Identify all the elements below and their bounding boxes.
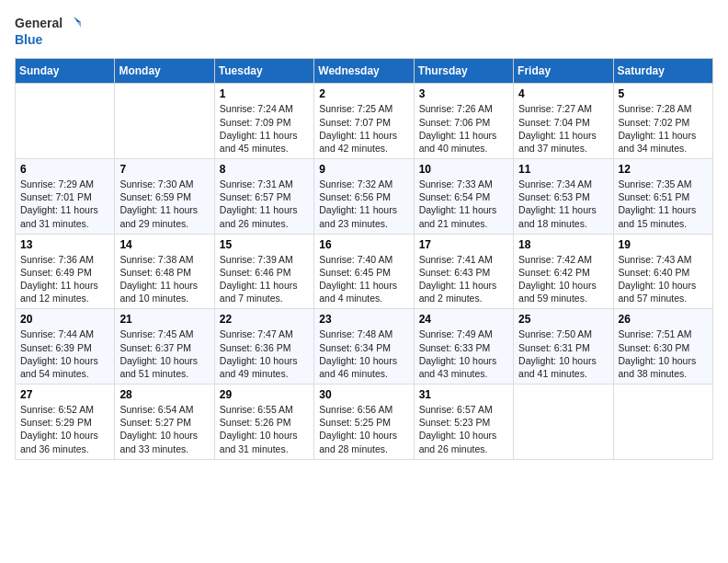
calendar-week-row: 6Sunrise: 7:29 AMSunset: 7:01 PMDaylight… xyxy=(16,159,713,235)
day-header-sunday: Sunday xyxy=(16,59,115,84)
cell-info: Sunrise: 6:57 AMSunset: 5:23 PMDaylight:… xyxy=(419,403,508,455)
cell-info: Sunrise: 7:25 AMSunset: 7:07 PMDaylight:… xyxy=(319,102,408,155)
day-number: 28 xyxy=(119,388,209,401)
day-number: 19 xyxy=(619,238,708,251)
day-number: 22 xyxy=(220,313,309,326)
calendar-cell: 3Sunrise: 7:26 AMSunset: 7:06 PMDaylight… xyxy=(414,84,513,159)
day-number: 9 xyxy=(319,163,408,176)
day-number: 24 xyxy=(419,313,508,326)
calendar-cell: 12Sunrise: 7:35 AMSunset: 6:51 PMDayligh… xyxy=(613,159,712,235)
day-number: 29 xyxy=(220,388,309,401)
day-number: 31 xyxy=(419,388,508,401)
cell-info: Sunrise: 7:38 AMSunset: 6:48 PMDaylight:… xyxy=(119,253,209,305)
calendar-header-row: SundayMondayTuesdayWednesdayThursdayFrid… xyxy=(16,59,713,84)
cell-info: Sunrise: 7:28 AMSunset: 7:02 PMDaylight:… xyxy=(619,102,708,155)
day-number: 11 xyxy=(518,163,608,176)
cell-info: Sunrise: 7:43 AMSunset: 6:40 PMDaylight:… xyxy=(619,253,708,305)
cell-info: Sunrise: 7:33 AMSunset: 6:54 PMDaylight:… xyxy=(419,178,508,230)
calendar: SundayMondayTuesdayWednesdayThursdayFrid… xyxy=(15,58,713,459)
cell-info: Sunrise: 7:36 AMSunset: 6:49 PMDaylight:… xyxy=(20,253,109,305)
cell-info: Sunrise: 7:49 AMSunset: 6:33 PMDaylight:… xyxy=(419,327,508,380)
svg-marker-1 xyxy=(77,22,81,28)
cell-info: Sunrise: 7:24 AMSunset: 7:09 PMDaylight:… xyxy=(220,102,309,155)
day-number: 8 xyxy=(220,163,309,176)
calendar-cell: 9Sunrise: 7:32 AMSunset: 6:56 PMDaylight… xyxy=(314,159,414,235)
cell-info: Sunrise: 7:47 AMSunset: 6:36 PMDaylight:… xyxy=(220,327,309,380)
calendar-week-row: 1Sunrise: 7:24 AMSunset: 7:09 PMDaylight… xyxy=(16,84,713,159)
header: General Blue xyxy=(15,15,713,47)
day-number: 1 xyxy=(220,87,309,100)
calendar-cell: 19Sunrise: 7:43 AMSunset: 6:40 PMDayligh… xyxy=(613,234,712,309)
calendar-cell: 31Sunrise: 6:57 AMSunset: 5:23 PMDayligh… xyxy=(414,385,513,460)
calendar-cell: 6Sunrise: 7:29 AMSunset: 7:01 PMDaylight… xyxy=(16,159,115,235)
day-header-thursday: Thursday xyxy=(414,59,513,84)
calendar-week-row: 20Sunrise: 7:44 AMSunset: 6:39 PMDayligh… xyxy=(16,309,713,385)
calendar-cell xyxy=(16,84,115,159)
calendar-cell: 22Sunrise: 7:47 AMSunset: 6:36 PMDayligh… xyxy=(214,309,313,385)
day-number: 25 xyxy=(518,313,608,326)
calendar-cell: 24Sunrise: 7:49 AMSunset: 6:33 PMDayligh… xyxy=(414,309,513,385)
cell-info: Sunrise: 7:34 AMSunset: 6:53 PMDaylight:… xyxy=(518,178,608,230)
calendar-cell: 1Sunrise: 7:24 AMSunset: 7:09 PMDaylight… xyxy=(214,84,313,159)
cell-info: Sunrise: 7:40 AMSunset: 6:45 PMDaylight:… xyxy=(319,253,408,305)
calendar-cell xyxy=(115,84,214,159)
day-number: 26 xyxy=(619,313,708,326)
calendar-cell: 17Sunrise: 7:41 AMSunset: 6:43 PMDayligh… xyxy=(414,234,513,309)
calendar-week-row: 13Sunrise: 7:36 AMSunset: 6:49 PMDayligh… xyxy=(16,234,713,309)
day-header-saturday: Saturday xyxy=(613,59,712,84)
calendar-cell: 16Sunrise: 7:40 AMSunset: 6:45 PMDayligh… xyxy=(314,234,414,309)
cell-info: Sunrise: 7:42 AMSunset: 6:42 PMDaylight:… xyxy=(518,253,608,305)
cell-info: Sunrise: 7:31 AMSunset: 6:57 PMDaylight:… xyxy=(220,178,309,230)
cell-info: Sunrise: 7:27 AMSunset: 7:04 PMDaylight:… xyxy=(518,102,608,155)
day-number: 14 xyxy=(119,238,209,251)
day-number: 12 xyxy=(619,163,708,176)
logo-bird-icon xyxy=(64,15,83,33)
logo-blue-text: Blue xyxy=(15,33,83,47)
day-header-monday: Monday xyxy=(115,59,214,84)
cell-info: Sunrise: 7:50 AMSunset: 6:31 PMDaylight:… xyxy=(518,327,608,380)
day-number: 27 xyxy=(20,388,109,401)
day-number: 17 xyxy=(419,238,508,251)
calendar-cell: 25Sunrise: 7:50 AMSunset: 6:31 PMDayligh… xyxy=(514,309,613,385)
cell-info: Sunrise: 7:30 AMSunset: 6:59 PMDaylight:… xyxy=(119,178,209,230)
calendar-cell: 13Sunrise: 7:36 AMSunset: 6:49 PMDayligh… xyxy=(16,234,115,309)
calendar-cell: 4Sunrise: 7:27 AMSunset: 7:04 PMDaylight… xyxy=(514,84,613,159)
day-number: 7 xyxy=(119,163,209,176)
logo-general-text: General xyxy=(15,17,63,30)
cell-info: Sunrise: 7:48 AMSunset: 6:34 PMDaylight:… xyxy=(319,327,408,380)
day-number: 6 xyxy=(20,163,109,176)
calendar-cell: 15Sunrise: 7:39 AMSunset: 6:46 PMDayligh… xyxy=(214,234,313,309)
day-number: 16 xyxy=(319,238,408,251)
calendar-cell: 27Sunrise: 6:52 AMSunset: 5:29 PMDayligh… xyxy=(16,385,115,460)
cell-info: Sunrise: 6:55 AMSunset: 5:26 PMDaylight:… xyxy=(220,403,309,455)
day-number: 20 xyxy=(20,313,109,326)
calendar-cell: 21Sunrise: 7:45 AMSunset: 6:37 PMDayligh… xyxy=(115,309,214,385)
day-header-wednesday: Wednesday xyxy=(314,59,414,84)
cell-info: Sunrise: 6:56 AMSunset: 5:25 PMDaylight:… xyxy=(319,403,408,455)
day-header-friday: Friday xyxy=(514,59,613,84)
day-number: 18 xyxy=(518,238,608,251)
day-number: 21 xyxy=(119,313,209,326)
cell-info: Sunrise: 7:51 AMSunset: 6:30 PMDaylight:… xyxy=(619,327,708,380)
calendar-cell: 11Sunrise: 7:34 AMSunset: 6:53 PMDayligh… xyxy=(514,159,613,235)
day-header-tuesday: Tuesday xyxy=(214,59,313,84)
cell-info: Sunrise: 7:45 AMSunset: 6:37 PMDaylight:… xyxy=(119,327,209,380)
calendar-cell: 14Sunrise: 7:38 AMSunset: 6:48 PMDayligh… xyxy=(115,234,214,309)
calendar-cell: 30Sunrise: 6:56 AMSunset: 5:25 PMDayligh… xyxy=(314,385,414,460)
day-number: 30 xyxy=(319,388,408,401)
day-number: 23 xyxy=(319,313,408,326)
calendar-cell: 8Sunrise: 7:31 AMSunset: 6:57 PMDaylight… xyxy=(214,159,313,235)
calendar-cell: 26Sunrise: 7:51 AMSunset: 6:30 PMDayligh… xyxy=(613,309,712,385)
calendar-cell xyxy=(514,385,613,460)
logo-container: General Blue xyxy=(15,15,83,47)
day-number: 2 xyxy=(319,87,408,100)
calendar-cell: 10Sunrise: 7:33 AMSunset: 6:54 PMDayligh… xyxy=(414,159,513,235)
calendar-week-row: 27Sunrise: 6:52 AMSunset: 5:29 PMDayligh… xyxy=(16,385,713,460)
svg-marker-0 xyxy=(74,17,81,22)
calendar-cell: 5Sunrise: 7:28 AMSunset: 7:02 PMDaylight… xyxy=(613,84,712,159)
cell-info: Sunrise: 6:54 AMSunset: 5:27 PMDaylight:… xyxy=(119,403,209,455)
cell-info: Sunrise: 7:44 AMSunset: 6:39 PMDaylight:… xyxy=(20,327,109,380)
cell-info: Sunrise: 6:52 AMSunset: 5:29 PMDaylight:… xyxy=(20,403,109,455)
calendar-cell: 7Sunrise: 7:30 AMSunset: 6:59 PMDaylight… xyxy=(115,159,214,235)
calendar-cell: 28Sunrise: 6:54 AMSunset: 5:27 PMDayligh… xyxy=(115,385,214,460)
